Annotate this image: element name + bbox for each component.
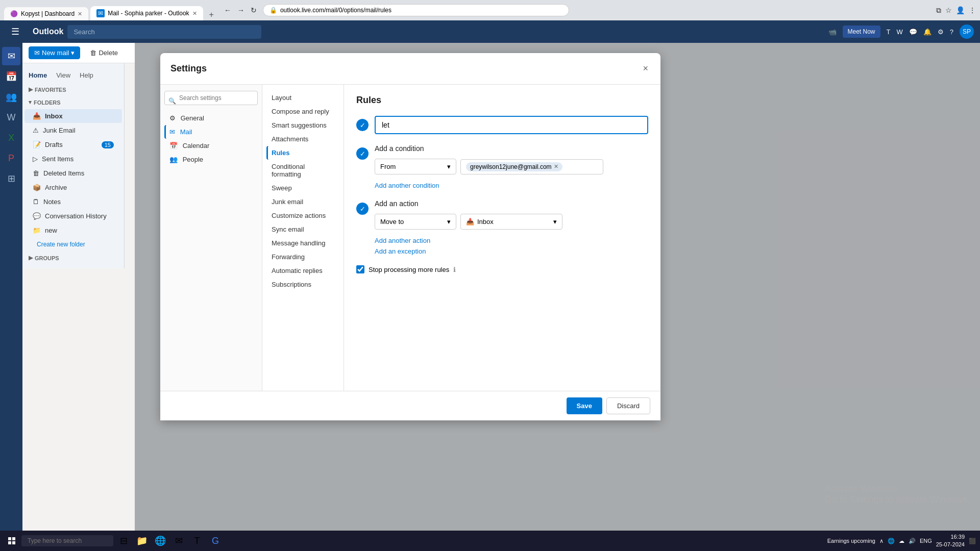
forward-button[interactable]: →: [237, 6, 244, 14]
create-folder-item[interactable]: Create new folder: [24, 238, 122, 251]
chip-close-icon[interactable]: ✕: [554, 163, 558, 170]
submenu-message-label: Message handling: [272, 239, 326, 247]
sidebar-item-new[interactable]: 📁 new: [24, 223, 122, 237]
chevron-right-icon: ▶: [29, 86, 33, 93]
avatar[interactable]: SP: [960, 24, 974, 39]
start-button[interactable]: [4, 535, 19, 546]
hamburger-menu-button[interactable]: ☰: [6, 22, 24, 41]
settings-nav-people[interactable]: 👥 People: [164, 153, 258, 166]
apps-icon-button[interactable]: ⊞: [2, 169, 20, 188]
sidebar-item-sent[interactable]: ▷ Sent Items: [24, 152, 122, 166]
info-icon[interactable]: ℹ: [453, 266, 456, 273]
calendar-icon-button[interactable]: 📅: [2, 67, 20, 86]
sidebar-item-convo[interactable]: 💬 Conversation History: [24, 209, 122, 223]
add-action-link[interactable]: Add another action: [375, 237, 430, 244]
submenu-subscriptions[interactable]: Subscriptions: [266, 278, 339, 291]
teams-taskbar-icon[interactable]: T: [189, 533, 205, 549]
dialog-close-button[interactable]: ×: [641, 61, 650, 76]
groups-section[interactable]: ▶ Groups: [22, 252, 124, 264]
sidebar-item-inbox[interactable]: 📥 Inbox: [24, 109, 122, 123]
settings-nav-calendar[interactable]: 📅 Calendar: [164, 139, 258, 153]
home-tab[interactable]: Home: [29, 71, 47, 79]
task-view-icon[interactable]: ⊟: [115, 533, 132, 549]
new-tab-button[interactable]: +: [205, 9, 218, 20]
date-display: 25-07-2024: [936, 541, 965, 548]
submenu-junk[interactable]: Junk email: [266, 195, 339, 209]
add-exception-link[interactable]: Add an exception: [375, 247, 426, 255]
help-tab[interactable]: Help: [80, 71, 93, 79]
taskbar-search-input[interactable]: [21, 535, 113, 546]
nav-header-home[interactable]: Home View Help: [22, 67, 124, 83]
powerpoint-icon-button[interactable]: P: [2, 149, 20, 167]
extensions-icon[interactable]: ⧉: [936, 6, 941, 15]
sidebar-item-deleted[interactable]: 🗑 Deleted Items: [24, 166, 122, 180]
outlook-search-input[interactable]: [67, 25, 261, 39]
condition-email-input[interactable]: greywilson12june@gmail.com ✕: [460, 159, 603, 174]
sidebar-item-drafts[interactable]: 📝 Drafts 15: [24, 138, 122, 152]
submenu-sync[interactable]: Sync email: [266, 222, 339, 236]
settings-nav-general[interactable]: ⚙ General: [164, 111, 258, 125]
delete-button[interactable]: 🗑 Delete: [84, 46, 124, 59]
settings-icon[interactable]: ⚙: [938, 28, 944, 36]
submenu-message[interactable]: Message handling: [266, 236, 339, 250]
tab-outlook[interactable]: ✉ Mail - Sophia parker - Outlook ✕: [90, 6, 203, 20]
view-tab[interactable]: View: [56, 71, 70, 79]
condition-from-row: From ▾ greywilson12june@gmail.com ✕: [375, 159, 648, 174]
sidebar-item-archive[interactable]: 📦 Archive: [24, 181, 122, 194]
new-mail-button[interactable]: ✉ New mail ▾: [29, 46, 80, 59]
deleted-icon: 🗑: [33, 169, 39, 177]
address-input[interactable]: [280, 7, 562, 14]
folders-section[interactable]: ▾ Folders: [22, 96, 124, 109]
submenu-attachments[interactable]: Attachments: [266, 132, 339, 146]
settings-nav-general-label: General: [181, 114, 204, 122]
file-explorer-icon[interactable]: 📁: [134, 533, 150, 549]
settings-nav-mail[interactable]: ✉ Mail: [164, 125, 258, 139]
browser-icon[interactable]: 🌐: [152, 533, 168, 549]
word-icon: W: [896, 28, 902, 36]
star-icon[interactable]: ☆: [945, 6, 952, 15]
tab-kopyst-label: Kopyst | Dashboard: [21, 10, 75, 17]
submenu-conditional[interactable]: Conditional formatting: [266, 160, 339, 181]
submenu-smart[interactable]: Smart suggestions: [266, 118, 339, 132]
settings-search-input[interactable]: [164, 91, 258, 105]
back-button[interactable]: ←: [224, 6, 231, 14]
sidebar-item-junk[interactable]: ⚠ Junk Email: [24, 123, 122, 137]
tab-kopyst-close[interactable]: ✕: [78, 11, 82, 17]
submenu-compose[interactable]: Compose and reply: [266, 105, 339, 118]
excel-icon-button[interactable]: X: [2, 129, 20, 147]
mail-taskbar-icon[interactable]: ✉: [170, 533, 187, 549]
condition-from-dropdown[interactable]: From ▾: [375, 159, 456, 174]
submenu-rules[interactable]: Rules: [266, 146, 339, 160]
people-icon-button[interactable]: 👥: [2, 88, 20, 106]
save-button[interactable]: Save: [567, 397, 602, 414]
word-icon-button[interactable]: W: [2, 108, 20, 127]
tab-kopyst[interactable]: 🟣 Kopyst | Dashboard ✕: [4, 7, 88, 20]
notifications-icon[interactable]: ⬛: [969, 538, 976, 544]
sidebar-item-notes[interactable]: 🗒 Notes: [24, 195, 122, 209]
submenu-sweep[interactable]: Sweep: [266, 181, 339, 195]
chevron-up-icon[interactable]: ∧: [879, 538, 884, 544]
menu-icon[interactable]: ⋮: [969, 6, 976, 15]
notes-icon: 🗒: [33, 198, 39, 206]
tab-outlook-close[interactable]: ✕: [192, 10, 197, 17]
stop-processing-checkbox[interactable]: [356, 265, 364, 273]
convo-label: Conversation History: [45, 212, 107, 220]
submenu-customize[interactable]: Customize actions: [266, 209, 339, 222]
action-move-to-dropdown[interactable]: Move to ▾: [375, 214, 456, 230]
action-inbox-dropdown[interactable]: 📥 Inbox ▾: [460, 214, 562, 230]
submenu-layout[interactable]: Layout: [266, 91, 339, 105]
refresh-button[interactable]: ↻: [251, 6, 257, 14]
discard-button[interactable]: Discard: [606, 397, 650, 414]
meet-now-button[interactable]: Meet Now: [843, 26, 880, 38]
profile-icon[interactable]: 👤: [956, 6, 965, 15]
dropdown-arrow-icon: ▾: [71, 49, 75, 57]
mail-icon-button[interactable]: ✉: [2, 47, 20, 65]
submenu-automatic[interactable]: Automatic replies: [266, 264, 339, 278]
add-condition-link[interactable]: Add another condition: [375, 182, 439, 189]
address-bar[interactable]: 🔒: [263, 4, 569, 16]
chrome-icon[interactable]: G: [207, 533, 224, 549]
submenu-forwarding[interactable]: Forwarding: [266, 250, 339, 264]
rule-name-input[interactable]: [375, 116, 648, 134]
submenu-sync-label: Sync email: [272, 226, 304, 233]
favorites-section[interactable]: ▶ Favorites: [22, 83, 124, 96]
